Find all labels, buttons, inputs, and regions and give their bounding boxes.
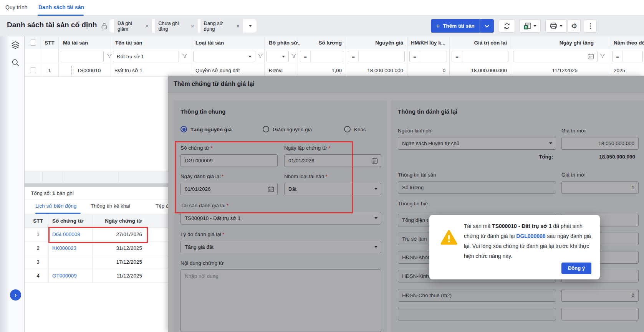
refresh-icon	[503, 22, 511, 30]
top-tab-bar: Quy trình Danh sách tài sản	[0, 0, 644, 16]
history-header-row: STT Số chứng từ Ngày chứng từ	[25, 214, 168, 228]
filter-ten-tai-san[interactable]	[113, 51, 179, 62]
chip-label: Chưa ghi tăng	[158, 20, 188, 32]
chipbar-dropdown-icon[interactable]	[249, 25, 252, 27]
funnel-icon[interactable]	[107, 53, 112, 58]
filter-bo-phan[interactable]	[267, 51, 289, 62]
history-col-stt: STT	[28, 214, 48, 228]
warning-dialog: Tài sản mã TS000010 - Đất trụ sở 1 đã ph…	[429, 215, 600, 279]
refresh-button[interactable]	[499, 19, 515, 33]
asset-code-bold: TS000010 - Đất trụ sở 1	[492, 223, 551, 229]
filter-ngay-ghi-tang[interactable]	[513, 51, 598, 62]
excel-icon: X	[524, 23, 531, 30]
col-header-ten-tai-san[interactable]: Tên tài sản	[115, 36, 142, 49]
history-row[interactable]: 2 KK000023 31/12/2025	[25, 241, 168, 255]
history-stt: 3	[28, 255, 48, 269]
col-header-ma-tai-san[interactable]: Mã tài sản	[63, 36, 88, 49]
col-header-bo-phan[interactable]: Bộ phận sử...	[269, 36, 301, 49]
tab-lich-su-bien-dong[interactable]: Lịch sử biến động	[35, 203, 76, 209]
rail-gradient	[0, 36, 8, 332]
add-asset-label: Thêm tài sản	[443, 23, 475, 29]
filter-nam-theo-doi[interactable]: =	[612, 51, 643, 62]
tab-danh-sach-tai-san[interactable]: Danh sách tài sản	[38, 4, 84, 10]
equals-operator[interactable]: =	[348, 54, 358, 59]
col-header-loai-tai-san[interactable]: Loại tài sản	[195, 36, 224, 49]
lock-open-icon	[101, 22, 108, 30]
history-stt: 2	[28, 241, 48, 255]
history-row[interactable]: 1 DGL000008 27/01/2026	[25, 228, 168, 241]
printer-icon	[550, 23, 557, 29]
filter-hm-kh[interactable]: =	[409, 51, 447, 62]
col-header-stt[interactable]: STT	[41, 36, 58, 49]
history-voucher-link[interactable]: GT000009	[52, 269, 77, 283]
cell-stt: 1	[41, 64, 58, 77]
settings-button[interactable]: ⚙	[568, 19, 581, 33]
expand-panel-button[interactable]: ›	[10, 289, 21, 301]
cell-so-luong: 1,00	[298, 64, 342, 77]
history-voucher-link[interactable]: KK000023	[52, 241, 76, 255]
filter-chip[interactable]: Đã ghi giảm ×	[114, 19, 152, 33]
select-all-checkbox[interactable]	[30, 40, 36, 46]
col-divider	[191, 36, 191, 77]
col-header-nguyen-gia[interactable]: Nguyên giá	[346, 36, 403, 49]
svg-text:X: X	[525, 25, 527, 29]
col-header-so-luong[interactable]: Số lượng	[298, 36, 342, 49]
more-button[interactable]: ⋮	[584, 19, 597, 33]
filter-chip[interactable]: Đang sử dụng ×	[200, 19, 243, 33]
equals-operator[interactable]: =	[410, 54, 420, 59]
funnel-icon[interactable]	[258, 53, 263, 58]
col-header-nam-theo-doi[interactable]: Năm theo dõ	[614, 36, 644, 49]
toolbar: Danh sách tài sản cố định Đã ghi giảm × …	[0, 16, 644, 36]
history-row[interactable]: 4 GT000009 11/12/2025	[25, 269, 168, 283]
filter-chip[interactable]: Chưa ghi tăng ×	[155, 19, 197, 33]
funnel-icon[interactable]	[600, 53, 605, 58]
cell-loai-tai-san: Quyền sử dụng đất	[195, 64, 240, 77]
add-asset-button[interactable]: + Thêm tài sản	[431, 19, 480, 33]
cell-ma-tai-san[interactable]: TS000010	[77, 64, 101, 77]
print-button[interactable]	[545, 19, 567, 33]
ok-button[interactable]: Đồng ý	[561, 263, 591, 274]
cell-bo-phan: Đơnvị	[269, 64, 283, 77]
equals-operator[interactable]: =	[613, 54, 622, 59]
funnel-icon[interactable]	[182, 53, 187, 58]
col-divider	[610, 36, 610, 77]
layers-icon[interactable]	[11, 41, 20, 50]
history-date: 17/12/2025	[94, 255, 142, 269]
tree-indent-line	[71, 66, 72, 75]
chip-close-icon[interactable]: ×	[236, 23, 240, 28]
search-icon[interactable]	[12, 59, 20, 67]
chevron-down-icon	[485, 25, 489, 28]
tab-thong-tin-ke-khai[interactable]: Thông tin kê khai	[91, 203, 130, 209]
chip-close-icon[interactable]: ×	[145, 23, 149, 28]
col-header-hm-kh[interactable]: HM/KH lũy k...	[411, 36, 445, 49]
tab-quy-trinh[interactable]: Quy trình	[5, 4, 28, 10]
filter-ma-tai-san[interactable]	[61, 51, 104, 62]
filter-so-luong[interactable]: =	[300, 51, 343, 62]
add-asset-dropdown[interactable]	[480, 19, 494, 33]
filter-gia-tri-con-lai[interactable]: =	[452, 51, 508, 62]
grid-empty-area	[25, 77, 168, 171]
history-row[interactable]: 3 17/12/2025	[25, 255, 168, 269]
calendar-icon[interactable]	[588, 53, 594, 59]
cell-ngay-ghi-tang: 11/12/2025	[511, 64, 578, 77]
col-header-gia-tri-con-lai[interactable]: Giá trị còn lại	[449, 36, 507, 49]
horizontal-scrollbar[interactable]	[25, 183, 168, 187]
funnel-icon[interactable]	[291, 53, 296, 58]
export-excel-button[interactable]: X	[519, 19, 541, 33]
filter-loai-tai-san[interactable]	[193, 51, 255, 62]
chip-close-icon[interactable]: ×	[191, 23, 194, 28]
history-voucher-link[interactable]: DGL000008	[52, 228, 80, 241]
voucher-link[interactable]: DGL000008	[516, 233, 545, 239]
filter-nguyen-gia[interactable]: =	[348, 51, 405, 62]
row-checkbox[interactable]	[30, 67, 36, 73]
history-stt: 4	[28, 269, 48, 283]
cell-hm-kh: 0	[407, 64, 445, 77]
history-date: 27/01/2026	[94, 228, 142, 241]
history-col-so-chung-tu: Số chứng từ	[52, 214, 83, 228]
tab-tep-dinh-kem[interactable]: Tệp đính	[156, 203, 168, 209]
detail-panel: Tổng số: 1 bản ghi Lịch sử biến động Thô…	[25, 187, 168, 332]
equals-operator[interactable]: =	[300, 54, 310, 59]
col-header-ngay-ghi-tang[interactable]: Ngày ghi tăng	[511, 36, 594, 49]
equals-operator[interactable]: =	[452, 54, 462, 59]
add-asset-split-button: + Thêm tài sản	[431, 19, 494, 33]
